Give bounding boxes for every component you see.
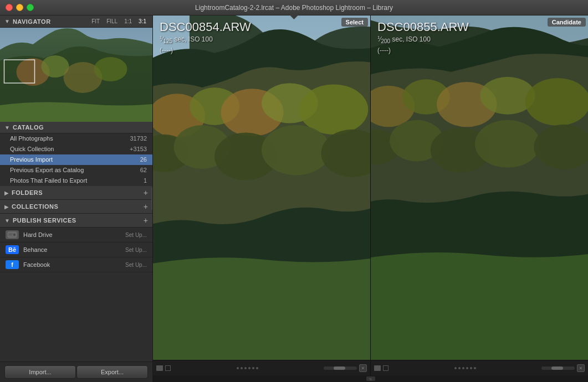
hard-drive-svg: [7, 231, 17, 238]
filmstrip-flag-icon[interactable]: [156, 365, 163, 371]
previous-import-count: 26: [140, 156, 147, 163]
folders-header[interactable]: ▶ Folders +: [0, 186, 152, 200]
nav-3-1[interactable]: 3:1: [137, 18, 148, 25]
import-button[interactable]: Import...: [4, 365, 76, 379]
catalog-all-photographs[interactable]: All Photographs 31732: [0, 133, 152, 144]
publish-services-title: Publish Services: [13, 217, 141, 224]
hard-drive-setup[interactable]: Set Up...: [125, 232, 147, 238]
filmstrip-dot-r: [462, 367, 464, 369]
filmstrip-scrollbar-left[interactable]: [324, 366, 357, 370]
catalog-previous-import[interactable]: Previous Import 26: [0, 154, 152, 165]
select-lens: (----): [160, 47, 173, 54]
navigator-image: [0, 28, 152, 122]
catalog-failed-export[interactable]: Photos That Failed to Export 1: [0, 175, 152, 186]
content-area: DSC00854.ARW 1⁄125 sec, ISO 100 (----) S…: [153, 16, 588, 382]
svg-point-4: [94, 57, 127, 81]
filmstrip-dot-r: [458, 367, 461, 369]
left-sidebar: ▼ Navigator FIT FILL 1:1 3:1: [0, 16, 153, 382]
publish-services-section: ▼ Publish Services + Hard Drive: [0, 214, 152, 362]
publish-items: Hard Drive Set Up... Bē Behance Set Up..…: [0, 228, 152, 272]
nav-fit[interactable]: FIT: [90, 18, 101, 25]
previous-export-count: 62: [140, 167, 147, 173]
window-controls[interactable]: [6, 4, 34, 11]
previous-export-label: Previous Export as Catalog: [10, 167, 140, 173]
filmstrip-dot: [237, 367, 239, 369]
filmstrip-close-right[interactable]: ×: [577, 364, 585, 372]
select-shutter-num: 1: [160, 35, 162, 40]
filmstrip-dot: [241, 367, 243, 369]
candidate-photo-detail: [371, 16, 588, 360]
filmstrip-scroll-thumb-right: [551, 366, 563, 370]
filmstrip-expand-icon-right[interactable]: [383, 365, 388, 371]
filmstrip-scroll-thumb-left: [334, 366, 345, 370]
navigator-title: Navigator: [13, 18, 90, 25]
svg-point-7: [13, 234, 16, 236]
main-layout: ▼ Navigator FIT FILL 1:1 3:1: [0, 16, 588, 382]
filmstrip-left-section: ×: [153, 360, 371, 375]
hard-drive-label: Hard Drive: [23, 231, 121, 238]
publish-facebook[interactable]: f Facebook Set Up...: [0, 257, 152, 272]
filmstrip-flag-icon-right[interactable]: [374, 365, 381, 371]
svg-point-30: [475, 120, 540, 168]
folders-section: ▶ Folders +: [0, 186, 152, 200]
window-title: LightroomCatalog-2-2.lrcat – Adobe Photo…: [195, 4, 393, 12]
catalog-previous-export[interactable]: Previous Export as Catalog 62: [0, 165, 152, 175]
close-button[interactable]: [6, 4, 13, 11]
candidate-shutter-den: 200: [381, 38, 390, 44]
nav-fill[interactable]: FILL: [105, 18, 119, 25]
filmstrip-scrollbar-right[interactable]: [541, 366, 575, 370]
facebook-setup[interactable]: Set Up...: [125, 262, 147, 268]
catalog-items: All Photographs 31732 Quick Collection +…: [0, 133, 152, 186]
candidate-shutter-num: 1: [377, 35, 380, 40]
select-meta: 1⁄125 sec, ISO 100 (----): [160, 34, 251, 55]
filmstrip-expand-icon[interactable]: [165, 365, 171, 371]
select-label: Select: [341, 18, 368, 27]
filmstrip-close-left[interactable]: ×: [359, 364, 367, 372]
maximize-button[interactable]: [27, 4, 34, 11]
all-photographs-label: All Photographs: [10, 135, 130, 142]
behance-label: Behance: [23, 246, 121, 253]
navigator-section: ▼ Navigator FIT FILL 1:1 3:1: [0, 16, 152, 122]
select-filename: DSC00854.ARW: [160, 20, 251, 34]
publish-hard-drive[interactable]: Hard Drive Set Up...: [0, 228, 152, 242]
svg-point-15: [299, 84, 368, 134]
publish-services-add-button[interactable]: +: [144, 216, 148, 225]
select-photo-info: DSC00854.ARW 1⁄125 sec, ISO 100 (----): [160, 20, 251, 55]
catalog-quick-collection[interactable]: Quick Collection + 3153: [0, 144, 152, 154]
publish-arrow: ▼: [4, 218, 10, 224]
svg-point-26: [525, 78, 588, 126]
minimize-button[interactable]: [16, 4, 23, 11]
filmstrip-scroll-left: [173, 367, 321, 369]
export-button[interactable]: Export...: [76, 365, 148, 379]
collections-header[interactable]: ▶ Collections +: [0, 200, 152, 214]
hard-drive-icon: [6, 230, 19, 239]
catalog-arrow: ▼: [4, 125, 10, 131]
quick-collection-count: 3153: [134, 146, 147, 152]
collections-add-button[interactable]: +: [144, 202, 148, 211]
behance-setup[interactable]: Set Up...: [125, 247, 147, 253]
filmstrip-scroll-right: [391, 367, 539, 369]
publish-behance[interactable]: Bē Behance Set Up...: [0, 242, 152, 257]
catalog-title: Catalog: [13, 124, 148, 131]
filmstrip-dot: [244, 367, 247, 369]
candidate-photo-info: DSC00855.ARW 1⁄200 sec, ISO 100 (----): [377, 20, 469, 55]
filmstrip-dot-r: [474, 367, 476, 369]
svg-rect-8: [8, 234, 13, 234]
facebook-icon: f: [6, 260, 19, 269]
navigator-header[interactable]: ▼ Navigator FIT FILL 1:1 3:1: [0, 16, 152, 28]
catalog-header[interactable]: ▼ Catalog: [0, 122, 152, 133]
swap-button[interactable]: ⇅: [366, 376, 375, 381]
previous-import-label: Previous Import: [10, 156, 140, 163]
folders-arrow: ▶: [4, 190, 9, 196]
nav-1-1[interactable]: 1:1: [122, 18, 134, 25]
swap-icon: ⇅: [369, 377, 372, 381]
filmstrip-dot: [252, 367, 254, 369]
collections-section: ▶ Collections +: [0, 200, 152, 214]
navigator-controls: FIT FILL 1:1 3:1: [90, 18, 148, 25]
folders-add-button[interactable]: +: [144, 188, 148, 197]
collections-title: Collections: [12, 203, 141, 210]
publish-services-header[interactable]: ▼ Publish Services +: [0, 214, 152, 228]
filmstrip-dot: [248, 367, 250, 369]
compare-area: DSC00854.ARW 1⁄125 sec, ISO 100 (----) S…: [153, 16, 588, 360]
swap-bar: ⇅: [153, 375, 588, 382]
